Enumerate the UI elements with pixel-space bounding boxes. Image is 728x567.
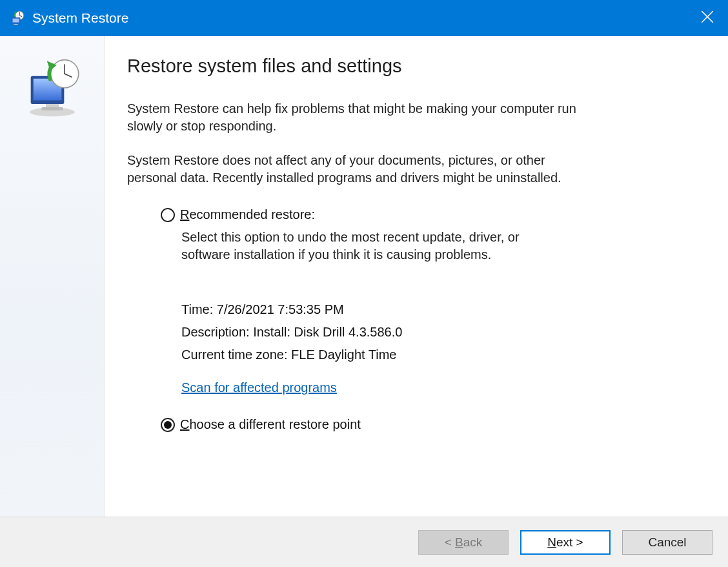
close-icon (701, 10, 714, 26)
intro-paragraph-1: System Restore can help fix problems tha… (127, 100, 592, 135)
window-title: System Restore (32, 10, 128, 26)
radio-icon (161, 418, 175, 432)
cancel-button[interactable]: Cancel (622, 530, 713, 555)
intro-paragraph-2: System Restore does not affect any of yo… (127, 152, 592, 187)
system-restore-icon (9, 10, 26, 26)
detail-timezone: Current time zone: FLE Daylight Time (181, 347, 693, 362)
titlebar: System Restore (0, 0, 728, 36)
restore-point-details: Time: 7/26/2021 7:53:35 PM Description: … (161, 302, 693, 362)
detail-description: Description: Install: Disk Drill 4.3.586… (181, 325, 693, 340)
recommended-restore-label: Recommended restore: (180, 207, 315, 222)
next-button[interactable]: Next > (520, 530, 611, 555)
svg-rect-3 (13, 19, 19, 23)
svg-rect-4 (14, 24, 18, 25)
recommended-restore-option[interactable]: Recommended restore: (161, 207, 693, 222)
choose-different-point-label: Choose a different restore point (180, 417, 361, 432)
scan-affected-programs-link[interactable]: Scan for affected programs (181, 380, 337, 395)
content-pane: Restore system files and settings System… (105, 36, 728, 517)
close-button[interactable] (687, 0, 728, 36)
restore-watermark-icon (20, 56, 85, 123)
page-heading: Restore system files and settings (127, 56, 693, 77)
choose-different-point-option[interactable]: Choose a different restore point (161, 417, 693, 432)
wizard-footer: < Back Next > Cancel (0, 517, 728, 567)
options-block: Recommended restore: Select this option … (127, 203, 693, 432)
recommended-restore-description: Select this option to undo the most rece… (161, 229, 548, 263)
sidebar-pane (0, 36, 105, 517)
detail-time: Time: 7/26/2021 7:53:35 PM (181, 302, 693, 317)
back-button: < Back (418, 530, 509, 555)
radio-icon (161, 208, 175, 222)
svg-rect-7 (41, 107, 63, 110)
wizard-body: Restore system files and settings System… (0, 36, 728, 517)
